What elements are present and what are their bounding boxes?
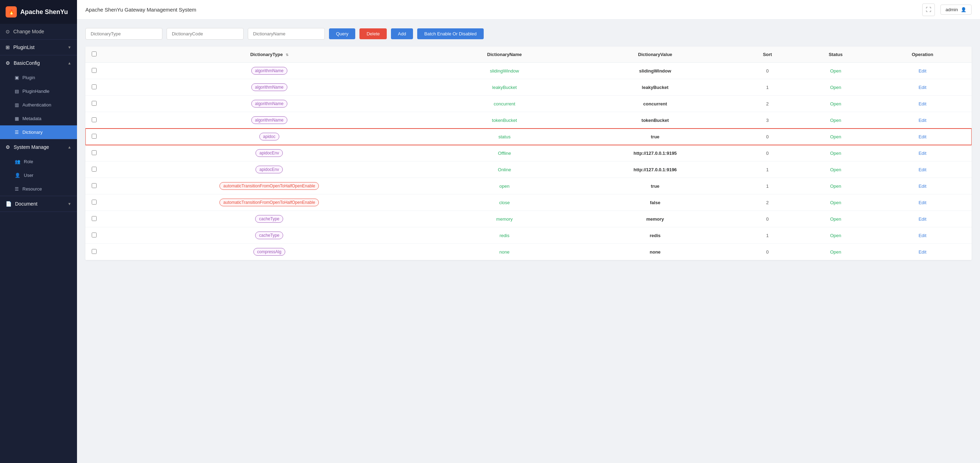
row-checkbox-6[interactable] bbox=[92, 167, 97, 172]
table-header-row: DictionaryType ⇅ DictionaryName Dictiona… bbox=[85, 46, 972, 63]
edit-button[interactable]: Edit bbox=[918, 249, 926, 255]
row-checkbox-3[interactable] bbox=[92, 117, 97, 122]
edit-button[interactable]: Edit bbox=[918, 68, 926, 73]
row-checkbox-7[interactable] bbox=[92, 183, 97, 188]
row-operation-cell: Edit bbox=[873, 145, 972, 161]
row-sort-cell: 0 bbox=[737, 129, 798, 145]
status-badge[interactable]: Open bbox=[830, 167, 842, 172]
status-badge[interactable]: Open bbox=[830, 184, 842, 189]
sidebar-document-header[interactable]: 📄 Document ▼ bbox=[0, 196, 77, 212]
dictionary-code-input[interactable] bbox=[167, 28, 243, 40]
sidebar-item-plugin[interactable]: ▣ Plugin bbox=[0, 71, 77, 85]
status-badge[interactable]: Open bbox=[830, 233, 842, 238]
header-admin-button[interactable]: admin 👤 bbox=[940, 5, 972, 15]
row-checkbox-5[interactable] bbox=[92, 150, 97, 155]
type-tag: apidoc bbox=[259, 133, 279, 140]
row-sort-cell: 2 bbox=[737, 194, 798, 211]
row-checkbox-1[interactable] bbox=[92, 85, 97, 89]
row-name-cell: close bbox=[436, 194, 574, 211]
edit-button[interactable]: Edit bbox=[918, 233, 926, 238]
chevron-down-icon-2: ▼ bbox=[68, 202, 72, 206]
edit-button[interactable]: Edit bbox=[918, 118, 926, 123]
table-row: compressAlg none none 0 Open Edit bbox=[85, 244, 972, 260]
edit-button[interactable]: Edit bbox=[918, 200, 926, 205]
sidebar-section-systemmanage: ⚙ System Manage ▲ 👥 Role 👤 User ☰ Resour… bbox=[0, 139, 77, 196]
change-mode-label: Change Mode bbox=[13, 29, 44, 34]
table-row: algorithmName tokenBucket tokenBucket 3 … bbox=[85, 112, 972, 129]
sidebar-item-authentication[interactable]: ▥ Authentication bbox=[0, 98, 77, 112]
row-checkbox-cell bbox=[85, 161, 103, 178]
status-badge[interactable]: Open bbox=[830, 200, 842, 205]
status-badge[interactable]: Open bbox=[830, 216, 842, 222]
row-value-cell: leakyBucket bbox=[573, 79, 737, 96]
sidebar: 🔥 Apache ShenYu ⊙ Change Mode ⊞ PluginLi… bbox=[0, 0, 77, 463]
type-tag: apidocEnv bbox=[256, 149, 283, 157]
table-col-value: DictionaryValue bbox=[573, 46, 737, 63]
row-checkbox-8[interactable] bbox=[92, 200, 97, 204]
status-badge[interactable]: Open bbox=[830, 85, 842, 90]
edit-button[interactable]: Edit bbox=[918, 151, 926, 156]
row-status-cell: Open bbox=[798, 63, 873, 79]
sidebar-basicconfig-header[interactable]: ⚙ BasicConfig ▲ bbox=[0, 55, 77, 71]
edit-button[interactable]: Edit bbox=[918, 134, 926, 139]
user-avatar-icon: 👤 bbox=[961, 7, 966, 12]
status-badge[interactable]: Open bbox=[830, 101, 842, 107]
sidebar-item-metadata[interactable]: ▦ Metadata bbox=[0, 112, 77, 125]
row-name-cell: slidingWindow bbox=[436, 63, 574, 79]
sidebar-systemmanage-header[interactable]: ⚙ System Manage ▲ bbox=[0, 139, 77, 155]
batch-enable-button[interactable]: Batch Enable Or Disabled bbox=[417, 29, 484, 39]
row-name-cell: none bbox=[436, 244, 574, 260]
row-value-cell: none bbox=[573, 244, 737, 260]
row-checkbox-cell bbox=[85, 178, 103, 194]
sidebar-item-dictionary-label: Dictionary bbox=[22, 129, 43, 135]
sidebar-pluginlist-header[interactable]: ⊞ PluginList ▼ bbox=[0, 40, 77, 55]
admin-label: admin bbox=[946, 7, 958, 12]
table-header-checkbox bbox=[85, 46, 103, 63]
row-status-cell: Open bbox=[798, 178, 873, 194]
delete-button[interactable]: Delete bbox=[360, 29, 387, 39]
row-checkbox-cell bbox=[85, 129, 103, 145]
table-row: cacheType redis redis 1 Open Edit bbox=[85, 227, 972, 244]
row-type-cell: compressAlg bbox=[103, 244, 436, 260]
sidebar-item-resource[interactable]: ☰ Resource bbox=[0, 182, 77, 196]
row-checkbox-9[interactable] bbox=[92, 216, 97, 221]
status-badge[interactable]: Open bbox=[830, 118, 842, 123]
header-expand-button[interactable]: ⛶ bbox=[922, 3, 935, 16]
sort-icon: ⇅ bbox=[286, 53, 288, 57]
main-content: Apache ShenYu Gateway Management System … bbox=[77, 0, 980, 463]
edit-button[interactable]: Edit bbox=[918, 85, 926, 90]
status-badge[interactable]: Open bbox=[830, 249, 842, 255]
edit-button[interactable]: Edit bbox=[918, 101, 926, 107]
select-all-checkbox[interactable] bbox=[92, 51, 97, 56]
sidebar-item-pluginhandle-label: PluginHandle bbox=[22, 89, 49, 94]
row-value-cell: memory bbox=[573, 211, 737, 227]
edit-button[interactable]: Edit bbox=[918, 167, 926, 172]
change-mode-button[interactable]: ⊙ Change Mode bbox=[0, 24, 77, 40]
sidebar-item-pluginhandle[interactable]: ▤ PluginHandle bbox=[0, 85, 77, 98]
status-badge[interactable]: Open bbox=[830, 134, 842, 139]
add-button[interactable]: Add bbox=[391, 29, 413, 39]
chevron-down-icon: ▼ bbox=[68, 45, 72, 49]
row-checkbox-4[interactable] bbox=[92, 134, 97, 139]
row-sort-cell: 1 bbox=[737, 161, 798, 178]
row-checkbox-2[interactable] bbox=[92, 101, 97, 106]
status-badge[interactable]: Open bbox=[830, 68, 842, 73]
row-checkbox-11[interactable] bbox=[92, 249, 97, 254]
query-button[interactable]: Query bbox=[329, 29, 355, 39]
edit-button[interactable]: Edit bbox=[918, 216, 926, 222]
dictionary-type-input[interactable] bbox=[85, 28, 162, 40]
handle-icon: ▤ bbox=[15, 89, 19, 94]
row-checkbox-0[interactable] bbox=[92, 68, 97, 73]
dictionary-name-input[interactable] bbox=[248, 28, 325, 40]
row-status-cell: Open bbox=[798, 194, 873, 211]
status-badge[interactable]: Open bbox=[830, 151, 842, 156]
row-checkbox-cell bbox=[85, 96, 103, 112]
sidebar-item-dictionary[interactable]: ☰ Dictionary bbox=[0, 125, 77, 139]
edit-button[interactable]: Edit bbox=[918, 184, 926, 189]
doc-icon: 📄 bbox=[6, 201, 11, 207]
sidebar-item-role[interactable]: 👥 Role bbox=[0, 155, 77, 168]
row-checkbox-10[interactable] bbox=[92, 233, 97, 238]
sidebar-item-user[interactable]: 👤 User bbox=[0, 168, 77, 182]
logo-icon: 🔥 bbox=[6, 6, 17, 18]
table-container: DictionaryType ⇅ DictionaryName Dictiona… bbox=[85, 46, 972, 260]
